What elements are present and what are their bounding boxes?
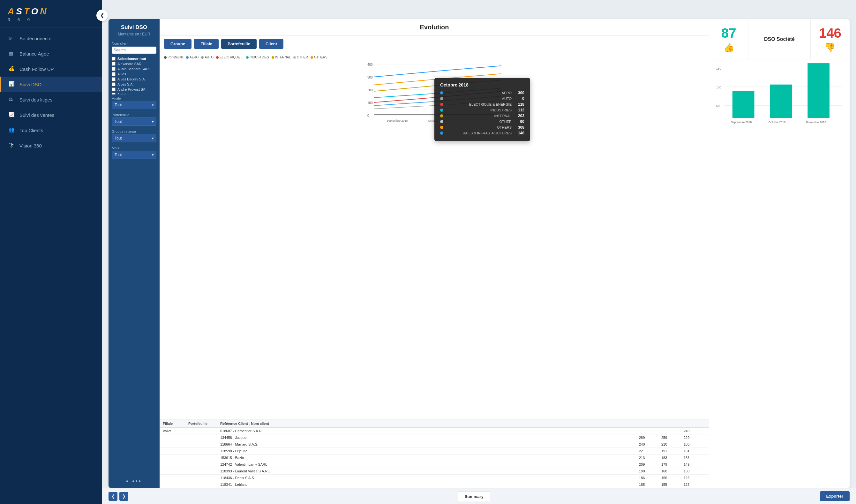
tab-client[interactable]: Client [259, 39, 283, 49]
tooltip-row: INDUSTRIES 112 [440, 108, 524, 112]
sidebar-item-label: Se déconnecter [19, 36, 53, 41]
sidebar-item-suivi-dso[interactable]: 📊 Suivi DSO [0, 77, 102, 92]
table-row[interactable]: 118341 - Leblanc 185 155 125 [160, 481, 709, 488]
client-item[interactable]: Alves [112, 72, 156, 77]
table-row[interactable]: Vallet 618687 - Carpentier S.A.R.L. 240 [160, 428, 709, 434]
table-row[interactable]: 134458 - Jacquet 289 259 229 [160, 434, 709, 441]
nav-next-button[interactable]: ❯ [119, 492, 128, 501]
tooltip-label-internal: INTERNAL [446, 114, 512, 118]
table-row[interactable]: 118436 - Denis S.A.S. 186 156 126 [160, 475, 709, 481]
mois-select[interactable]: Tout [112, 151, 156, 159]
mois-select-wrap: Tout [112, 151, 156, 159]
search-input[interactable] [113, 48, 161, 52]
client-checkbox[interactable] [112, 62, 115, 66]
svg-text:300: 300 [367, 76, 373, 79]
dso-icon: 📊 [8, 81, 15, 88]
table-row[interactable]: 118598 - Lejeune 221 191 161 [160, 448, 709, 454]
svg-text:Octobre 2018: Octobre 2018 [769, 121, 785, 124]
client-checkbox[interactable] [112, 88, 115, 91]
client-checkbox[interactable] [112, 67, 115, 71]
sidebar-item-label: Suivi des litiges [19, 97, 52, 103]
tooltip-dot-others [440, 126, 443, 129]
kpi-panel: 87 👍 DSO Société 146 👎 [709, 19, 850, 488]
filiale-select[interactable]: Tout [112, 101, 156, 109]
kpi-left-number: 87 [721, 25, 736, 41]
kpi-left-card: 87 👍 [709, 19, 748, 59]
cash-icon: 💰 [8, 66, 15, 72]
sidebar-item-vision-360[interactable]: 🔭 Vision 360 [0, 138, 102, 153]
tab-buttons: Groupe Filiale Portefeuille Client [160, 36, 709, 52]
tooltip-dot-rails [440, 131, 443, 135]
legend-industries: INDUSTRIES [246, 56, 269, 59]
sidebar: ASTON 3 6 0 ❮ ⎋ Se déconnecter ▦ Balance… [0, 0, 102, 504]
tab-summary[interactable]: Summary [458, 491, 490, 501]
center-panel: Evolution Groupe Filiale Portefeuille Cl… [160, 19, 709, 488]
dashboard: Suivi DSO Montants en : EUR Nom client 🔍… [108, 19, 850, 488]
select-all-item[interactable]: Sélectionner tout [112, 56, 156, 61]
client-item[interactable]: Antoine [112, 92, 156, 94]
chart-legend: Portefeuille AERO AUTO [164, 56, 705, 59]
filiale-label: Filiale [112, 96, 156, 100]
content-area: Suivi DSO Montants en : EUR Nom client 🔍… [102, 16, 856, 488]
client-item[interactable]: Alves S.A. [112, 82, 156, 87]
legend-auto: AUTO [201, 56, 214, 59]
tooltip-label-aero: AERO [446, 91, 512, 95]
collapse-button[interactable]: ❮ [96, 10, 108, 21]
select-all-checkbox[interactable] [112, 57, 115, 61]
client-item[interactable]: Alves Baudry S.A. [112, 77, 156, 82]
kpi-thumb-up-icon: 👍 [723, 42, 734, 53]
svg-text:50: 50 [716, 104, 720, 108]
main-content: Suivi DSO Montants en : EUR Nom client 🔍… [102, 0, 856, 504]
logout-icon: ⎋ [8, 35, 15, 41]
col-v1 [639, 422, 661, 426]
portefeuille-label: Portefeuille [112, 113, 156, 117]
table-body: Vallet 618687 - Carpentier S.A.R.L. 240 [160, 428, 709, 488]
balance-icon: ▦ [8, 50, 15, 57]
client-item[interactable]: Andre Pruvost SA [112, 87, 156, 92]
sidebar-item-suivi-litiges[interactable]: ⚖ Suivi des litiges [0, 92, 102, 107]
client-item[interactable]: Allard Besnard SARL [112, 66, 156, 72]
col-ref-nom: Référence Client - Nom client [220, 422, 639, 426]
tab-filiale[interactable]: Filiale [194, 39, 219, 49]
client-item[interactable]: Alexandre SARL [112, 61, 156, 66]
sidebar-item-cash-follow-up[interactable]: 💰 Cash Follow UP [0, 61, 102, 77]
svg-text:0: 0 [367, 114, 369, 118]
table-row[interactable]: 118393 - Laurent Vallee S.A.R.L. 190 160… [160, 468, 709, 475]
kpi-thumb-down-icon: 👎 [824, 42, 836, 53]
client-checkbox[interactable] [112, 77, 115, 81]
tooltip-title: Octobre 2018 [440, 82, 524, 88]
logo-area: ASTON 3 6 0 [0, 0, 102, 28]
tab-groupe[interactable]: Groupe [164, 39, 192, 49]
sidebar-item-top-clients[interactable]: 👥 Top Clients [0, 123, 102, 138]
nav-prev-button[interactable]: ❮ [108, 492, 118, 501]
legend-portefeuille: Portefeuille [164, 56, 183, 59]
sidebar-item-se-deconnecter[interactable]: ⎋ Se déconnecter [0, 31, 102, 46]
sidebar-item-balance-agee[interactable]: ▦ Balance Agée [0, 46, 102, 61]
client-checkbox[interactable] [112, 72, 115, 76]
client-checkbox[interactable] [112, 93, 115, 94]
table-row[interactable]: 118664 - Maillard S.A.S. 240 210 180 [160, 441, 709, 448]
groupe-relance-select[interactable]: Tout [112, 134, 156, 142]
svg-text:100: 100 [716, 86, 721, 89]
client-checkbox[interactable] [112, 82, 115, 86]
col-v2 [661, 422, 684, 426]
sidebar-item-suivi-ventes[interactable]: 📈 Suivi des ventes [0, 107, 102, 123]
portefeuille-select[interactable]: Tout [112, 118, 156, 126]
tab-portefeuille[interactable]: Portefeuille [221, 39, 256, 49]
evolution-title: Evolution [160, 19, 709, 36]
export-button[interactable]: Exporter [820, 491, 850, 501]
bottom-bar: ❮ ❯ Summary Exporter [102, 488, 856, 504]
kpi-center-title: DSO Société [764, 36, 795, 42]
table-row[interactable]: 124742 - Valentin Lamy SARL 209 179 149 [160, 461, 709, 468]
ventes-icon: 📈 [8, 112, 15, 118]
tooltip-row: RAILS & INFRASTRUCTURES 148 [440, 131, 524, 135]
table-row[interactable]: 153615 - Bazin 213 183 153 [160, 454, 709, 461]
kpi-right-number: 146 [819, 25, 841, 41]
legend-internal: INTERNAL [272, 56, 291, 59]
tooltip-dot-auto [440, 97, 443, 100]
tooltip-row: AUTO 0 [440, 96, 524, 101]
svg-text:Septembre 2018: Septembre 2018 [387, 119, 408, 122]
tooltip-value-rails: 148 [515, 131, 524, 135]
client-list: Sélectionner tout Alexandre SARL Allard … [108, 56, 160, 94]
sidebar-item-label: Top Clients [19, 128, 43, 133]
